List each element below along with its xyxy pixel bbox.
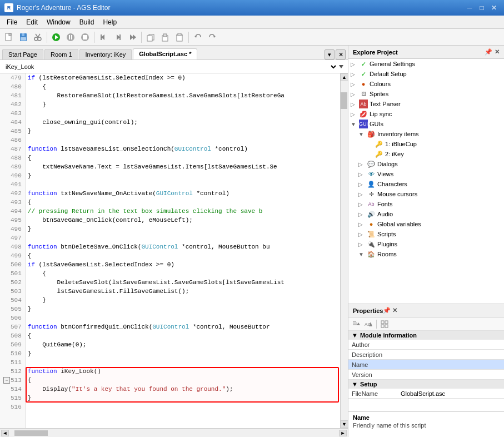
menu-edit[interactable]: Edit bbox=[22, 17, 42, 27]
tree-item-scripts[interactable]: ▷ 📜 Scripts bbox=[348, 229, 504, 239]
tree-expand-rooms[interactable]: ▼ bbox=[358, 251, 366, 257]
tb-stepback[interactable] bbox=[97, 31, 110, 44]
code-vscroll[interactable]: ▲ ▼ bbox=[340, 73, 348, 428]
tree-item-lip-sync[interactable]: ▷ 💋 Lip sync bbox=[348, 109, 504, 119]
code-line-503: lstSaveGamesList.FillSaveGameList(); bbox=[28, 287, 338, 296]
right-panel: Explore Project 📌 ✕ ▷ ✓ General Settings… bbox=[348, 46, 504, 437]
tree-label-views: Views bbox=[377, 171, 393, 177]
tb-run[interactable] bbox=[49, 31, 63, 44]
tree-expand-dialogs[interactable]: ▷ bbox=[358, 161, 366, 167]
tree-item-characters[interactable]: ▷ 👤 Characters bbox=[348, 179, 504, 189]
tree-item-general-settings[interactable]: ▷ ✓ General Settings bbox=[348, 59, 504, 69]
tree-item-plugins[interactable]: ▷ 🔌 Plugins bbox=[348, 239, 504, 249]
explore-close-button[interactable]: ✕ bbox=[495, 48, 500, 56]
props-close-button[interactable]: ✕ bbox=[392, 307, 397, 314]
tb-delete-icon[interactable] bbox=[173, 31, 186, 44]
menu-file[interactable]: File bbox=[2, 17, 22, 27]
tab-room1[interactable]: Room 1 bbox=[44, 49, 78, 59]
tab-start-page[interactable]: Start Page bbox=[2, 49, 43, 59]
menu-help[interactable]: Help bbox=[98, 17, 121, 27]
bottom-hscroll[interactable]: ◄ ► bbox=[0, 428, 348, 437]
props-sort-button[interactable] bbox=[351, 319, 362, 330]
hscroll-right-button[interactable]: ► bbox=[339, 430, 347, 436]
tb-stepover[interactable] bbox=[111, 31, 124, 44]
vscroll-down-button[interactable]: ▼ bbox=[341, 420, 348, 428]
tree-expand-general-settings[interactable]: ▷ bbox=[351, 61, 358, 67]
tabs-dropdown-button[interactable]: ▾ bbox=[325, 49, 335, 59]
tree-expand-sprites[interactable]: ▷ bbox=[351, 91, 358, 97]
menu-window[interactable]: Window bbox=[42, 17, 75, 27]
vscroll-up-button[interactable]: ▲ bbox=[341, 73, 348, 81]
tb-new[interactable] bbox=[2, 31, 16, 44]
tree-expand-ikey[interactable] bbox=[366, 151, 374, 157]
tree-expand-plugins[interactable]: ▷ bbox=[358, 241, 366, 247]
props-grid-button[interactable] bbox=[379, 319, 390, 330]
tree-item-fonts[interactable]: ▷ Ab Fonts bbox=[348, 199, 504, 209]
code-content[interactable]: if (lstRestoreGamesList.SelectedIndex >=… bbox=[26, 73, 340, 428]
tree-item-audio[interactable]: ▷ 🔊 Audio bbox=[348, 209, 504, 219]
tb-cut[interactable] bbox=[31, 31, 44, 44]
tabs-close-button[interactable]: ✕ bbox=[336, 49, 346, 59]
tab-inventory[interactable]: Inventory: iKey bbox=[79, 49, 132, 59]
hscroll-left-button[interactable]: ◄ bbox=[1, 430, 9, 436]
tree-item-ibluecup[interactable]: 🔑 1: iBlueCup bbox=[348, 139, 504, 149]
tree-expand-views[interactable]: ▷ bbox=[358, 171, 366, 177]
tree-item-text-parser[interactable]: ▷ Ab Text Parser bbox=[348, 99, 504, 109]
tb-pause[interactable] bbox=[64, 31, 77, 44]
tree-expand-lip-sync[interactable]: ▷ bbox=[351, 111, 358, 117]
props-pin-button[interactable]: 📌 bbox=[383, 307, 391, 314]
tab-globalscript[interactable]: GlobalScript.asc * bbox=[133, 48, 197, 59]
prop-row-author[interactable]: Author bbox=[348, 340, 504, 350]
tree-expand-text-parser[interactable]: ▷ bbox=[351, 101, 358, 107]
prop-row-version[interactable]: Version bbox=[348, 370, 504, 380]
prop-label-filename: FileName bbox=[348, 390, 398, 397]
close-button[interactable]: ✕ bbox=[488, 2, 500, 13]
tree-item-colours[interactable]: ▷ ● Colours bbox=[348, 79, 504, 89]
function-dropdown[interactable]: iKey_Look bbox=[3, 63, 338, 71]
tree-expand-inventory-items[interactable]: ▼ bbox=[358, 131, 366, 137]
tb-stepforward[interactable] bbox=[126, 31, 139, 44]
code-editor[interactable]: 479 480 481 482 483 484 485 486 487 488 … bbox=[0, 73, 348, 428]
props-section-module-info: ▼ Module information bbox=[348, 331, 504, 340]
tree-expand-characters[interactable]: ▷ bbox=[358, 181, 366, 187]
tb-copy-icon[interactable] bbox=[144, 31, 157, 44]
hscroll-thumb[interactable] bbox=[14, 430, 48, 436]
tree-item-sprites[interactable]: ▷ 🖼 Sprites bbox=[348, 89, 504, 99]
tb-stop[interactable] bbox=[78, 31, 92, 44]
tree-item-inventory-items[interactable]: ▼ 🎒 Inventory items bbox=[348, 129, 504, 139]
code-line-511 bbox=[28, 358, 338, 367]
tree-expand-scripts[interactable]: ▷ bbox=[358, 231, 366, 237]
section-collapse-icon-setup[interactable]: ▼ bbox=[352, 381, 358, 388]
tree-item-mouse-cursors[interactable]: ▷ ✛ Mouse cursors bbox=[348, 189, 504, 199]
explore-pin-button[interactable]: 📌 bbox=[485, 48, 492, 56]
tree-expand-audio[interactable]: ▷ bbox=[358, 211, 366, 217]
tree-expand-fonts[interactable]: ▷ bbox=[358, 201, 366, 207]
tree-item-views[interactable]: ▷ 👁 Views bbox=[348, 169, 504, 179]
prop-row-name[interactable]: Name bbox=[348, 360, 504, 370]
props-az-button[interactable]: AZ bbox=[363, 319, 374, 330]
tree-expand-global-variables[interactable]: ▷ bbox=[358, 221, 366, 227]
minimize-button[interactable]: ─ bbox=[464, 2, 475, 13]
tree-expand-default-setup[interactable]: ▷ bbox=[351, 71, 358, 77]
prop-row-description[interactable]: Description bbox=[348, 350, 504, 360]
tb-redo-icon[interactable] bbox=[206, 31, 219, 44]
section-collapse-icon[interactable]: ▼ bbox=[352, 332, 358, 339]
menu-build[interactable]: Build bbox=[75, 17, 99, 27]
tree-item-default-setup[interactable]: ▷ ✓ Default Setup bbox=[348, 69, 504, 79]
tree-expand-ibluecup[interactable] bbox=[366, 141, 374, 147]
tree-item-dialogs[interactable]: ▷ 💬 Dialogs bbox=[348, 159, 504, 169]
tree-expand-colours[interactable]: ▷ bbox=[351, 81, 358, 87]
tb-save[interactable] bbox=[17, 31, 30, 44]
maximize-button[interactable]: □ bbox=[476, 2, 487, 13]
tb-paste-icon[interactable] bbox=[158, 31, 172, 44]
vscroll-thumb[interactable] bbox=[341, 92, 347, 109]
tree-expand-mouse-cursors[interactable]: ▷ bbox=[358, 191, 366, 197]
tb-undo-icon[interactable] bbox=[191, 31, 204, 44]
tree-item-guis[interactable]: ▼ GUI GUIs bbox=[348, 119, 504, 129]
tree-item-rooms[interactable]: ▼ 🏠 Rooms bbox=[348, 249, 504, 259]
tree-expand-guis[interactable]: ▼ bbox=[351, 121, 358, 127]
tree-icon-mouse-cursors: ✛ bbox=[367, 190, 376, 198]
prop-row-filename[interactable]: FileName GlobalScript.asc bbox=[348, 389, 504, 399]
tree-item-ikey[interactable]: 🔑 2: iKey bbox=[348, 149, 504, 159]
tree-item-global-variables[interactable]: ▷ ● Global variables bbox=[348, 219, 504, 229]
